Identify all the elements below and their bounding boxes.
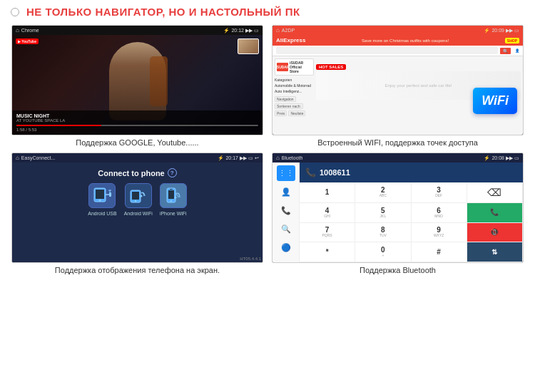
key-hangup[interactable]: 📵 xyxy=(467,223,523,243)
hot-sales-badge: HOT SALES xyxy=(316,64,346,70)
status-bar-2: ⌂ A2DP ⚡ 20:09 ▶▶ ▭ xyxy=(272,26,523,35)
caption-3: Поддержка отображения телефона на экран. xyxy=(55,266,220,274)
caption-1: Поддержка GOOGLE, Youtube...... xyxy=(76,138,198,147)
music-overlay: MUSIC NIGHT AT YOUTUBE SPACE LA 1:58 / 5… xyxy=(12,110,263,135)
status-right-1: ⚡ 20:12 ▶▶ ▭ xyxy=(223,28,259,33)
help-circle[interactable]: ? xyxy=(168,168,177,177)
key-1[interactable]: 1 xyxy=(300,182,355,203)
app-name-4: Bluetooth xyxy=(282,155,303,160)
bt-call-log-icon[interactable]: 📞 xyxy=(277,202,295,218)
cell-screen2: ⌂ A2DP ⚡ 20:09 ▶▶ ▭ AliExpress Save more… xyxy=(268,22,528,150)
iphone-wifi-icon xyxy=(163,186,183,206)
guitar-shape xyxy=(150,56,168,106)
screen1-content: ▶ YouTube MUSIC NIGHT AT YOUTUBE SPACE L… xyxy=(12,35,263,135)
bt-icon-3: ⚡ xyxy=(218,155,224,161)
key-settings[interactable]: ⇅ xyxy=(467,242,523,262)
status-left-4: ⌂ Bluetooth xyxy=(276,155,302,161)
product-tagline: Enjoy your perfect and safe car life! xyxy=(384,83,452,88)
cat-row-1: Kategorien xyxy=(275,77,314,83)
status-left-1: ⌂ Chrome xyxy=(16,27,39,33)
call-icon: 📞 xyxy=(305,167,316,177)
ali-search-bar: 🔍 👤 xyxy=(272,46,523,56)
progress-bar-outer xyxy=(16,125,258,126)
battery-icon-2: ▭ xyxy=(514,28,519,33)
time-1: 20:12 xyxy=(231,28,244,33)
iphone-wifi-label: iPhone WiFi xyxy=(160,211,187,216)
android-usb-icon-box xyxy=(88,183,116,208)
svg-rect-14 xyxy=(170,189,173,190)
android-wifi-icon-box xyxy=(125,183,152,208)
key-sub-2: ABC xyxy=(379,194,387,197)
key-9[interactable]: 9 WXYZ xyxy=(412,223,467,243)
bt-device-icon[interactable]: 🔵 xyxy=(277,239,295,255)
iphone-wifi-icon-box xyxy=(160,183,187,208)
ali-sidebar: iSUDAR iSUDAR Official Store Kategorien … xyxy=(275,58,314,118)
ali-search-btn[interactable]: 🔍 xyxy=(500,48,511,54)
key-2[interactable]: 2 ABC xyxy=(355,182,411,203)
cat-row-2: Automobile & Motorrad xyxy=(275,83,314,88)
status-right-3: ⚡ 20:17 ▶▶ ▭ ↩ xyxy=(218,155,259,161)
status-bar-4: ⌂ Bluetooth ⚡ 20:08 ▶▶ ▭ xyxy=(272,153,523,163)
connect-item-iphone-wifi[interactable]: iPhone WiFi xyxy=(160,183,187,216)
ali-store-box: iSUDAR iSUDAR Official Store xyxy=(275,58,314,76)
youtube-label: ▶ YouTube xyxy=(18,39,36,43)
store-name: iSUDAR Official Store xyxy=(290,61,312,73)
ali-promo: Save more on Christmas outfits with coup… xyxy=(362,38,449,43)
key-0[interactable]: 0 + xyxy=(355,242,411,262)
wifi-badge: WiFi xyxy=(473,88,517,114)
key-6[interactable]: 6 MNO xyxy=(412,203,467,223)
signal-icon-1: ▶▶ xyxy=(245,28,253,33)
ali-tag-1: Navigation xyxy=(275,96,296,102)
key-num-1: 1 xyxy=(325,189,330,196)
youtube-logo: ▶ YouTube xyxy=(16,38,39,44)
bt-right-panel: 📞 1008611 1 2 ABC xyxy=(300,163,523,262)
progress-time: 1:58 / 5:53 xyxy=(16,128,258,132)
app-name-2: A2DP xyxy=(282,28,295,33)
ali-row-1: Navigation xyxy=(275,96,314,102)
status-left-3: ⌂ EasyConnect... xyxy=(16,155,55,161)
key-del[interactable]: ⌫ xyxy=(467,182,523,203)
svg-rect-1 xyxy=(96,190,104,199)
key-hash[interactable]: # xyxy=(412,242,467,262)
bt-call-area: 📞 1008611 xyxy=(300,163,523,182)
key-8[interactable]: 8 TUV xyxy=(355,223,411,243)
screen4-inner: ⋮⋮ 👤 📞 🔍 🔵 📞 1008611 xyxy=(272,163,523,262)
ali-search-input[interactable] xyxy=(276,47,498,54)
key-call[interactable]: 📞 xyxy=(467,203,523,223)
cat-row-3: Auto Intelligenz... xyxy=(275,88,314,94)
top-right-thumbnail xyxy=(238,38,259,54)
key-sub-4: GHI xyxy=(324,215,330,218)
svg-rect-8 xyxy=(132,192,139,200)
key-7[interactable]: 7 PQRS xyxy=(300,223,355,243)
svg-point-15 xyxy=(174,196,176,198)
key-sub-9: WXYZ xyxy=(434,234,444,237)
ali-user-icon: 👤 xyxy=(515,48,519,53)
android-wifi-label: Android WiFi xyxy=(124,211,153,216)
back-icon-3: ↩ xyxy=(255,155,259,161)
bt-dialpad-icon[interactable]: ⋮⋮ xyxy=(277,165,295,181)
app-name-3: EasyConnect... xyxy=(21,155,55,160)
key-3[interactable]: 3 DEF xyxy=(412,182,467,203)
bt-icon-4: ⚡ xyxy=(484,155,490,161)
signal-icon-2: ▶▶ xyxy=(506,28,513,33)
status-left-2: ⌂ A2DP xyxy=(276,27,295,33)
ali-tag-4: Neuliste xyxy=(288,110,305,116)
key-5[interactable]: 5 JKL xyxy=(355,203,411,223)
key-num-star: * xyxy=(326,249,329,256)
svg-rect-12 xyxy=(168,190,174,199)
key-4[interactable]: 4 GHI xyxy=(300,203,355,223)
ali-shop-btn[interactable]: SHOP xyxy=(505,38,519,43)
store-icon: iSUDAR xyxy=(277,63,288,71)
connect-item-android-usb[interactable]: Android USB xyxy=(88,183,116,216)
bt-contacts-icon[interactable]: 👤 xyxy=(277,184,295,200)
screen-frame-1: ⌂ Chrome ⚡ 20:12 ▶▶ ▭ ▶ YouTube xyxy=(11,25,263,135)
svg-point-9 xyxy=(135,200,136,201)
bt-search-icon[interactable]: 🔍 xyxy=(277,221,295,237)
connect-item-android-wifi[interactable]: Android WiFi xyxy=(124,183,153,216)
key-sub-5: JKL xyxy=(380,215,387,218)
key-star[interactable]: * xyxy=(300,242,355,262)
status-right-4: ⚡ 20:08 ▶▶ ▭ xyxy=(484,155,519,161)
svg-point-2 xyxy=(99,199,101,201)
status-bar-1: ⌂ Chrome ⚡ 20:12 ▶▶ ▭ xyxy=(12,26,263,35)
call-number: 1008611 xyxy=(320,168,350,177)
